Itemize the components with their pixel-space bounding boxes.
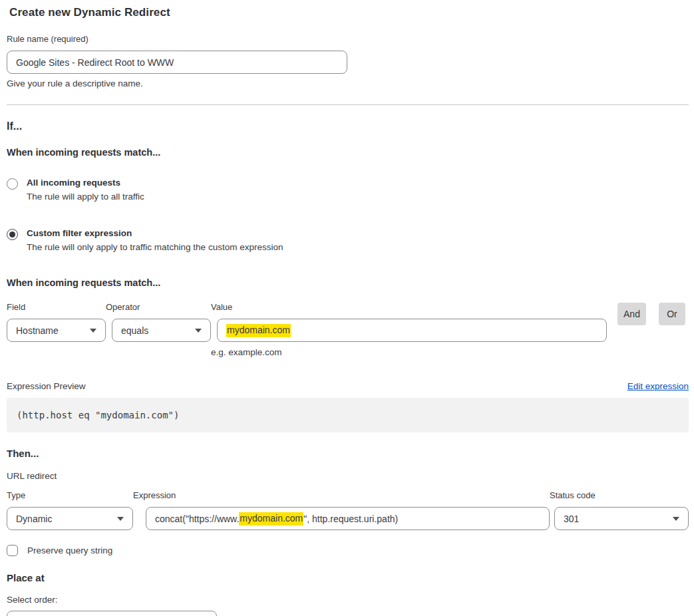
chevron-down-icon — [90, 329, 96, 333]
operator-select[interactable]: equals — [112, 319, 211, 342]
value-help: e.g. example.com — [211, 347, 607, 357]
expression-preview-label: Expression Preview — [7, 381, 86, 391]
radio-unchecked-icon[interactable] — [7, 178, 18, 190]
url-redirect-label: URL redirect — [7, 471, 689, 481]
expression-code-text: (http.host eq "mydomain.com") — [17, 410, 179, 420]
then-heading: Then... — [7, 448, 689, 459]
section-divider — [7, 104, 689, 105]
select-order-label: Select order: — [7, 595, 689, 605]
chevron-down-icon — [117, 517, 124, 521]
radio-all-description: The rule will apply to all traffic — [27, 191, 144, 202]
field-selected-value: Hostname — [16, 325, 59, 336]
condition-row: Field Hostname Operator equals Value myd… — [7, 302, 689, 357]
rule-name-group: Rule name (required) Google Sites - Redi… — [7, 34, 689, 88]
preserve-query-checkbox[interactable] — [7, 545, 18, 556]
and-button[interactable]: And — [617, 303, 646, 325]
create-redirect-form: Create new Dynamic Redirect Rule name (r… — [7, 0, 689, 616]
radio-custom-filter-expression[interactable]: Custom filter expression The rule will o… — [7, 228, 689, 253]
field-select[interactable]: Hostname — [7, 319, 106, 342]
or-button[interactable]: Or — [659, 303, 685, 325]
expression-text-before: concat("https://www. — [155, 514, 239, 524]
radio-checked-icon[interactable] — [7, 229, 18, 240]
rule-name-value: Google Sites - Redirect Root to WWW — [16, 57, 174, 68]
radio-all-label: All incoming requests — [27, 177, 144, 188]
field-column: Field Hostname — [7, 302, 106, 342]
status-code-selected-value: 301 — [564, 514, 579, 524]
operator-selected-value: equals — [121, 325, 148, 336]
redirect-row: Type Dynamic Expression concat("https://… — [7, 490, 689, 530]
operator-label: Operator — [106, 302, 211, 313]
preserve-query-label: Preserve query string — [27, 545, 112, 555]
expression-preview-code: (http.host eq "mydomain.com") — [7, 398, 689, 432]
request-match-radio-group: All incoming requests The rule will appl… — [7, 177, 689, 253]
operator-column: Operator equals — [106, 302, 211, 342]
value-label: Value — [211, 302, 607, 313]
condition-heading: When incoming requests match... — [7, 277, 689, 288]
type-select[interactable]: Dynamic — [7, 507, 133, 530]
preserve-query-row: Preserve query string — [7, 545, 689, 556]
redirect-expression-label: Expression — [133, 490, 550, 501]
type-selected-value: Dynamic — [16, 514, 52, 524]
place-at-heading: Place at — [7, 572, 689, 583]
chevron-down-icon — [673, 517, 679, 521]
expression-highlighted-text: mydomain.com — [239, 512, 303, 526]
radio-texts: All incoming requests The rule will appl… — [27, 177, 144, 202]
type-label: Type — [7, 490, 133, 501]
order-select[interactable]: Last — [7, 611, 217, 616]
expression-text-after: ", http.request.uri.path) — [303, 514, 398, 524]
status-code-select[interactable]: 301 — [554, 507, 689, 530]
rule-name-help: Give your rule a descriptive name. — [7, 78, 689, 88]
expression-preview-header: Expression Preview Edit expression — [7, 381, 689, 391]
expression-column: Expression concat("https://www.mydomain.… — [133, 490, 550, 530]
value-highlighted-text: mydomain.com — [226, 324, 291, 337]
page-title: Create new Dynamic Redirect — [9, 6, 689, 19]
value-column: Value mydomain.com e.g. example.com — [211, 302, 607, 357]
rule-name-label: Rule name (required) — [7, 34, 689, 45]
radio-custom-label: Custom filter expression — [27, 228, 283, 239]
radio-custom-description: The rule will only apply to traffic matc… — [27, 241, 283, 253]
status-code-column: Status code 301 — [550, 490, 689, 530]
radio-texts: Custom filter expression The rule will o… — [27, 228, 283, 253]
field-label: Field — [7, 302, 106, 313]
rule-name-input[interactable]: Google Sites - Redirect Root to WWW — [7, 51, 347, 74]
status-code-label: Status code — [550, 490, 689, 501]
edit-expression-link[interactable]: Edit expression — [627, 381, 689, 391]
if-heading: If... — [7, 120, 689, 132]
type-column: Type Dynamic — [7, 490, 133, 530]
redirect-expression-input[interactable]: concat("https://www.mydomain.com", http.… — [146, 507, 550, 530]
chevron-down-icon — [195, 329, 202, 333]
radio-all-incoming-requests[interactable]: All incoming requests The rule will appl… — [7, 177, 689, 202]
value-input[interactable]: mydomain.com — [217, 319, 607, 342]
match-heading: When incoming requests match... — [7, 147, 689, 158]
